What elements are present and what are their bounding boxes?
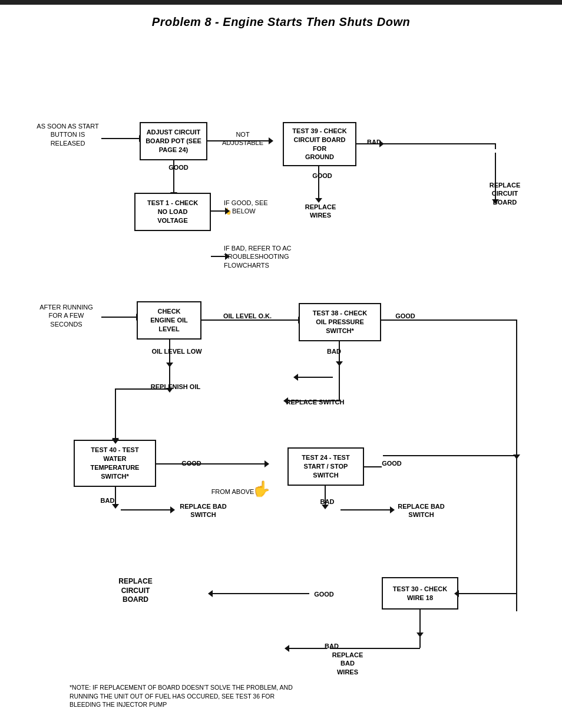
arrow-start-to-adjust bbox=[101, 138, 140, 139]
label-replace-bad-wires: REPLACEBADWIRES bbox=[324, 651, 371, 676]
arrow-bad5-to-wires bbox=[289, 648, 327, 649]
note: *NOTE: IF REPLACEMENT OF BOARD DOESN'T S… bbox=[70, 683, 299, 709]
label-replace-bad-switch2: REPLACE BADSWITCH bbox=[392, 502, 451, 519]
box-test39: TEST 39 - CHECKCIRCUIT BOARD FORGROUND bbox=[283, 122, 356, 166]
label-if-good-see-below: IF GOOD, SEE👆BELOW bbox=[224, 199, 295, 216]
arrow-adjust-down bbox=[173, 160, 174, 193]
label-replenish: REPLENISH OIL bbox=[146, 383, 205, 391]
arrow-test24-bad bbox=[325, 486, 326, 505]
label-replace-circuit-board1: REPLACECIRCUITBOARD bbox=[478, 181, 531, 206]
label-bad2: BAD bbox=[322, 347, 346, 355]
label-bad5: BAD bbox=[320, 642, 343, 650]
arrow-after-to-oil bbox=[101, 317, 137, 318]
box-test30: TEST 30 - CHECKWIRE 18 bbox=[382, 577, 458, 610]
arrow-good-to-replace bbox=[212, 593, 309, 594]
arrow-to-replace-switch bbox=[297, 377, 333, 378]
arrow-test39-down bbox=[318, 166, 319, 199]
arrow-bad4-to-replace bbox=[340, 509, 391, 510]
label-replace-circuit-board2: REPLACECIRCUITBOARD bbox=[97, 577, 174, 605]
page-title: Problem 8 - Engine Starts Then Shuts Dow… bbox=[0, 15, 562, 29]
label-good1: GOOD bbox=[167, 163, 190, 172]
label-oil-low: OIL LEVEL LOW bbox=[150, 347, 203, 355]
arrow-test38-down bbox=[339, 341, 340, 362]
label-good2: GOOD bbox=[310, 172, 334, 180]
line-bad-right bbox=[380, 143, 495, 144]
top-bar bbox=[0, 0, 562, 5]
box-test38: TEST 38 - CHECKOIL PRESSURESWITCH* bbox=[299, 303, 381, 341]
arrow-adjust-to-not bbox=[207, 140, 269, 141]
line-replenish-left bbox=[115, 388, 171, 390]
arrow-oil-ok bbox=[201, 319, 299, 321]
label-after-running: AFTER RUNNINGFOR A FEWSECONDS bbox=[32, 303, 100, 328]
label-as-soon-as: AS SOON AS START BUTTON IS RELEASED bbox=[35, 122, 100, 147]
label-replace-switch1: REPLACE SWITCH bbox=[283, 398, 348, 406]
arrow-to-replenish bbox=[169, 365, 170, 388]
arrow-test39-bad bbox=[356, 143, 380, 144]
box-test24: TEST 24 - TESTSTART / STOPSWITCH bbox=[287, 447, 364, 486]
arrow-down-to-test40 bbox=[115, 421, 116, 440]
line-bad2-to-switch bbox=[339, 362, 340, 400]
arrow-to-test30 bbox=[458, 593, 517, 594]
line-test30-to-bad bbox=[419, 610, 421, 648]
line-test24-good bbox=[364, 466, 382, 467]
arrow-oil-low bbox=[169, 340, 170, 363]
label-replace-bad-switch1: REPLACE BADSWITCH bbox=[174, 502, 233, 519]
box-check-oil: CHECKENGINE OILLEVEL bbox=[137, 301, 201, 340]
label-not-adjustable: NOTADJUSTABLE bbox=[219, 130, 266, 147]
box-test40: TEST 40 - TESTWATERTEMPERATURESWITCH* bbox=[74, 440, 156, 487]
diagram: AS SOON AS START BUTTON IS RELEASED ADJU… bbox=[0, 35, 562, 713]
arrow-test40-good bbox=[156, 463, 265, 465]
arrow-test1-bad bbox=[211, 256, 226, 257]
arrow-good-line-to-test24 bbox=[516, 439, 517, 455]
line-switch-h bbox=[287, 400, 340, 401]
line-good-to-test24-top bbox=[383, 455, 517, 456]
arrow-test1-good bbox=[211, 210, 226, 212]
arrow-test40-bad bbox=[115, 487, 116, 505]
label-good-test30: GOOD bbox=[309, 590, 339, 598]
box-test1: TEST 1 - CHECKNO LOADVOLTAGE bbox=[134, 193, 211, 231]
label-if-bad-refer: IF BAD, REFER TO ACTROUBLESHOOTINGFLOWCH… bbox=[224, 244, 312, 269]
arrow-bad3-to-replace bbox=[121, 509, 171, 510]
line-test38-good bbox=[381, 319, 517, 321]
hand-icon: 👆 bbox=[252, 480, 271, 498]
line-bad-down bbox=[495, 143, 496, 149]
box-adjust-circuit: ADJUST CIRCUIT BOARD POT (SEE PAGE 24) bbox=[140, 122, 207, 160]
line-good-to-test30 bbox=[516, 455, 517, 611]
line-bad-h bbox=[330, 648, 420, 649]
label-replace-wires: REPLACE WIRES bbox=[297, 203, 344, 220]
